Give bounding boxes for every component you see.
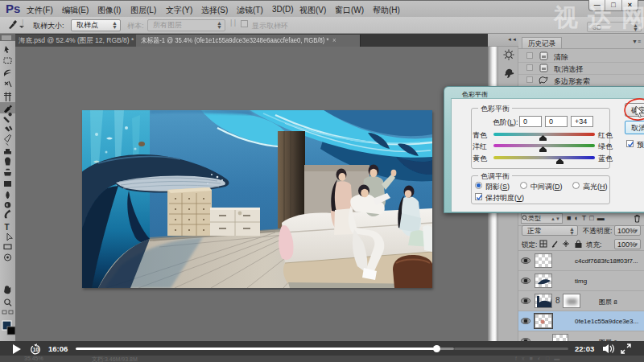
svg-text:T: T <box>5 223 10 232</box>
svg-text:10: 10 <box>33 347 39 352</box>
